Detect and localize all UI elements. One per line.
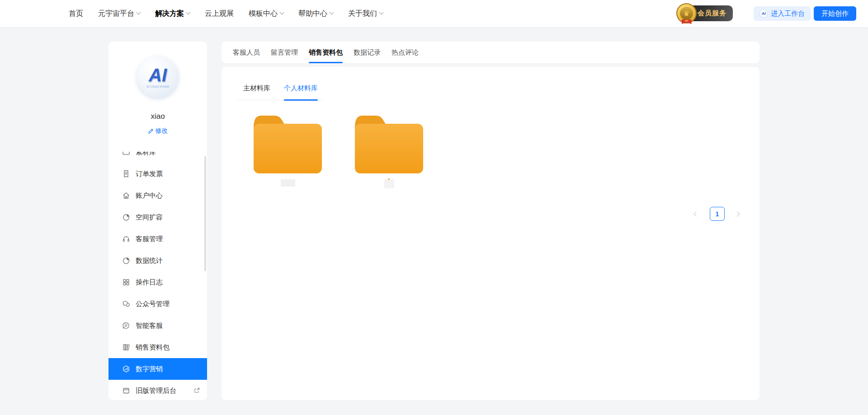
top-navigation-bar: 首页 元宇宙平台 解决方案 云上观展 模板中心 帮助中心 关于我们 ♛ VIP — [0, 0, 868, 27]
nav-item-metaverse-platform[interactable]: 元宇宙平台 — [98, 9, 140, 19]
nav-item-template-center[interactable]: 模板中心 — [249, 9, 283, 19]
sidebar-item-material-library[interactable]: 素材库 — [108, 152, 207, 163]
books-icon — [122, 343, 130, 351]
enter-workspace-button[interactable]: AI 进入工作台 — [754, 6, 811, 21]
chevron-down-icon — [330, 10, 334, 15]
folder-item[interactable] — [249, 111, 326, 188]
sidebar-item-label: 订单发票 — [136, 170, 163, 178]
grid-icon — [122, 278, 130, 286]
nav-label: 模板中心 — [249, 9, 278, 19]
sidebar-item-label: 数据统计 — [136, 256, 163, 265]
enter-workspace-label: 进入工作台 — [771, 9, 805, 18]
tab-message-management[interactable]: 留言管理 — [271, 42, 298, 63]
sidebar-item-label: 旧版管理后台 — [136, 387, 176, 395]
nav-label: 关于我们 — [348, 9, 377, 19]
avatar-logo-subtext: AI Cloud Exhibit — [146, 85, 169, 88]
avatar[interactable]: AI AI Cloud Exhibit — [137, 56, 179, 98]
home-icon — [122, 191, 130, 200]
sidebar-item-sales-package[interactable]: 销售资料包 — [108, 336, 207, 358]
nav-label: 云上观展 — [205, 9, 234, 19]
pagination-next-icon[interactable] — [736, 211, 740, 217]
sidebar-item-data-statistics[interactable]: 数据统计 — [108, 250, 207, 271]
sidebar-item-official-account-management[interactable]: 公众号管理 — [108, 293, 207, 315]
sidebar-item-label: 智能客服 — [136, 322, 163, 330]
edit-label: 修改 — [156, 127, 168, 135]
nav-label: 帮助中心 — [298, 9, 327, 19]
pie-chart-icon — [122, 213, 130, 221]
pagination: 1 — [694, 207, 740, 221]
subtab-main-material-library[interactable]: 主材料库 — [243, 84, 270, 100]
tab-data-records[interactable]: 数据记录 — [354, 42, 381, 63]
vip-ribbon: VIP — [682, 19, 692, 24]
sidebar-item-space-expansion[interactable]: 空间扩容 — [108, 206, 207, 228]
sidebar-item-label: 公众号管理 — [136, 300, 170, 308]
chat-icon — [122, 322, 130, 330]
folder-label — [281, 179, 295, 187]
tab-customer-service-staff[interactable]: 客服人员 — [233, 42, 260, 63]
start-creating-button[interactable]: 开始创作 — [814, 6, 856, 21]
wechat-icon — [122, 300, 130, 308]
sidebar-item-customer-service-management[interactable]: 客服管理 — [108, 228, 207, 250]
nav-item-cloud-exhibition[interactable]: 云上观展 — [205, 9, 234, 19]
sidebar-item-operation-log[interactable]: 操作日志 — [108, 271, 207, 293]
sidebar-item-smart-customer-service[interactable]: 智能客服 — [108, 315, 207, 336]
external-link-icon — [193, 387, 200, 394]
chevron-down-icon — [280, 10, 284, 15]
sidebar: AI AI Cloud Exhibit xiao 修改 素材库 订单发票 账户中… — [108, 42, 207, 400]
crown-icon: ♛ — [680, 7, 693, 20]
pencil-icon — [148, 128, 154, 134]
folder-icon — [249, 111, 326, 176]
hexagon-icon — [122, 365, 130, 373]
chevron-down-icon — [186, 10, 191, 15]
pagination-page-1[interactable]: 1 — [710, 207, 725, 221]
edit-profile-link[interactable]: 修改 — [108, 127, 207, 135]
sidebar-item-label: 数字营销 — [136, 365, 163, 373]
nav-item-solutions[interactable]: 解决方案 — [155, 9, 190, 19]
sidebar-item-account-center[interactable]: 账户中心 — [108, 185, 207, 206]
invoice-icon — [122, 170, 130, 178]
nav-item-help-center[interactable]: 帮助中心 — [298, 9, 333, 19]
main-nav: 首页 元宇宙平台 解决方案 云上观展 模板中心 帮助中心 关于我们 — [69, 0, 383, 27]
folder-item[interactable] — [350, 111, 428, 188]
nav-label: 解决方案 — [155, 9, 184, 19]
vip-service-label: 会员服务 — [698, 9, 726, 18]
chevron-down-icon — [137, 10, 141, 15]
library-subtabs: 主材料库 个人材料库 — [236, 84, 322, 100]
nav-item-about-us[interactable]: 关于我们 — [348, 9, 383, 19]
avatar-ai-logo: AI — [149, 66, 167, 84]
sidebar-item-label: 空间扩容 — [136, 213, 163, 222]
folder-grid — [249, 111, 428, 188]
headset-icon — [122, 235, 130, 243]
sidebar-item-legacy-admin[interactable]: 旧版管理后台 — [108, 380, 207, 400]
pie-chart-icon — [122, 256, 130, 265]
tab-hot-comments[interactable]: 热点评论 — [392, 42, 419, 63]
subtab-personal-material-library[interactable]: 个人材料库 — [284, 84, 318, 100]
main-tab-bar: 客服人员 留言管理 销售资料包 数据记录 热点评论 — [222, 42, 760, 63]
sidebar-menu: 素材库 订单发票 账户中心 空间扩容 客服管理 — [108, 152, 207, 400]
nav-item-home[interactable]: 首页 — [69, 9, 83, 19]
folder-label — [384, 179, 394, 188]
sidebar-item-digital-marketing[interactable]: 数字营销 — [108, 358, 207, 380]
vip-service-button[interactable]: ♛ VIP 会员服务 — [680, 5, 733, 21]
folder-icon — [350, 111, 428, 176]
sidebar-item-label: 素材库 — [136, 152, 156, 157]
vip-medal-icon: ♛ VIP — [676, 3, 697, 23]
nav-label: 元宇宙平台 — [98, 9, 134, 19]
nav-label: 首页 — [69, 9, 83, 19]
start-creating-label: 开始创作 — [821, 9, 849, 17]
sidebar-item-label: 操作日志 — [136, 278, 163, 287]
window-icon — [122, 387, 130, 395]
folder-icon — [122, 152, 130, 156]
sidebar-item-label: 账户中心 — [136, 191, 163, 200]
username: xiao — [108, 112, 207, 121]
ai-logo-icon: AI — [760, 9, 768, 18]
sidebar-item-label: 客服管理 — [136, 235, 163, 243]
content-panel: 主材料库 个人材料库 — [222, 67, 760, 400]
sidebar-item-label: 销售资料包 — [136, 343, 170, 352]
tab-sales-package[interactable]: 销售资料包 — [309, 42, 343, 63]
chevron-down-icon — [379, 10, 384, 15]
pagination-prev-icon[interactable] — [694, 211, 699, 217]
sidebar-item-order-invoice[interactable]: 订单发票 — [108, 163, 207, 185]
sidebar-scrollbar-thumb[interactable] — [204, 156, 206, 271]
